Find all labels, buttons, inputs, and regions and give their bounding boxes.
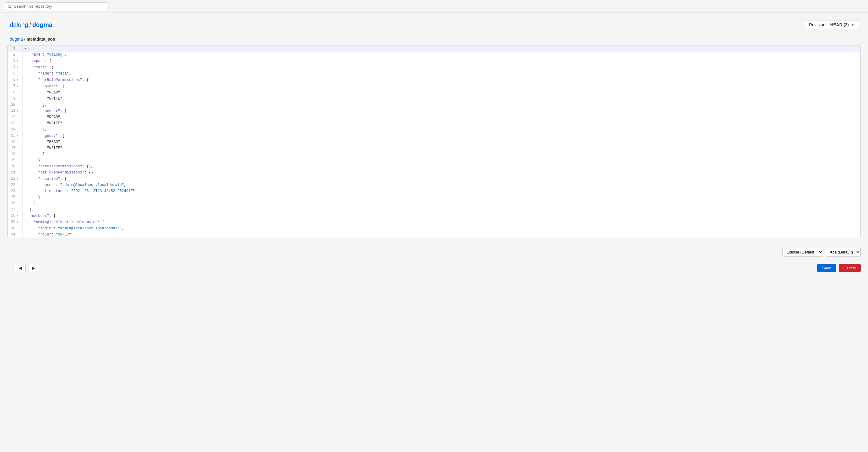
code-line: "READ",	[22, 139, 860, 145]
code-line: },	[22, 206, 860, 213]
code-line: "WRITE"	[22, 120, 860, 126]
pagination-area: ◀ ▶	[7, 261, 46, 275]
line-number[interactable]: 12	[8, 114, 22, 120]
file-path-section: dogma / metadata.json	[0, 34, 868, 45]
line-number[interactable]: 3▼	[8, 58, 22, 64]
line-number[interactable]: 30	[8, 225, 22, 231]
line-number[interactable]: 2	[8, 52, 22, 58]
table-row: 1{	[8, 45, 860, 52]
table-row: 21 "perTokenPermissions": {},	[8, 169, 860, 175]
table-row: 4▼ "meta": {	[8, 64, 860, 70]
save-button[interactable]: Save	[817, 264, 836, 272]
code-line: "admin@localhost.localdomain": {	[22, 219, 860, 225]
table-row: 15▼ "guest": [	[8, 133, 860, 139]
table-row: 13 "WRITE"	[8, 120, 860, 126]
search-input[interactable]	[14, 4, 106, 8]
editor-select[interactable]: Ace (Default)CodeMirror	[826, 248, 861, 257]
prev-page-button[interactable]: ◀	[15, 264, 26, 272]
code-line: "meta": {	[22, 64, 860, 70]
cancel-button[interactable]: Cancel	[839, 264, 861, 272]
code-line: "member": [	[22, 108, 860, 114]
line-number[interactable]: 14	[8, 126, 22, 133]
code-line: "creation": {	[22, 175, 860, 182]
breadcrumb: dalong / dogma	[10, 21, 52, 28]
code-line: },	[22, 157, 860, 163]
line-number[interactable]: 26	[8, 200, 22, 206]
table-row: 6▼ "perRolePermissions": {	[8, 77, 860, 83]
table-row: 11▼ "member": [	[8, 108, 860, 114]
file-path: dogma / metadata.json	[10, 37, 858, 41]
line-number[interactable]: 24	[8, 188, 22, 194]
table-row: 29▼ "admin@localhost.localdomain": {	[8, 219, 860, 225]
code-line: ],	[22, 126, 860, 133]
line-number[interactable]: 8	[8, 90, 22, 96]
table-row: 20 "perUserPermissions": {},	[8, 163, 860, 169]
file-path-separator: /	[24, 37, 25, 41]
line-number[interactable]: 18	[8, 151, 22, 157]
table-row: 10 ],	[8, 102, 860, 108]
line-number[interactable]: 20	[8, 163, 22, 169]
table-row: 5 "name": "meta",	[8, 70, 860, 77]
table-row: 23 "user": "admin@localhost.localdomain"…	[8, 182, 860, 188]
line-number[interactable]: 17	[8, 145, 22, 151]
table-row: 2 "name": "dalong",	[8, 52, 860, 58]
line-number[interactable]: 31	[8, 231, 22, 237]
line-number[interactable]: 7▼	[8, 83, 22, 90]
code-line: "members": {	[22, 213, 860, 219]
search-container[interactable]	[5, 2, 109, 10]
code-line: "perRolePermissions": {	[22, 77, 860, 83]
line-number[interactable]: 16	[8, 139, 22, 145]
line-number[interactable]: 23	[8, 182, 22, 188]
revision-dropdown[interactable]: Revision: HEAD (2) ▼	[805, 20, 858, 29]
code-line: }	[22, 194, 860, 200]
line-number[interactable]: 28▼	[8, 213, 22, 219]
table-row: 7▼ "owner": [	[8, 83, 860, 90]
line-number[interactable]: 13	[8, 120, 22, 126]
line-number[interactable]: 19	[8, 157, 22, 163]
theme-select[interactable]: Eclipse (Default)GitHubMonokaiSolarized …	[782, 248, 824, 257]
code-line: "WRITE"	[22, 96, 860, 102]
code-container: 1{2 "name": "dalong",3▼ "repos": {4▼ "me…	[7, 45, 861, 238]
table-row: 9 "WRITE"	[8, 96, 860, 102]
code-line: "timestamp": "2021-06-13T13:48:52.952491…	[22, 188, 860, 194]
table-row: 19 },	[8, 157, 860, 163]
line-number[interactable]: 11▼	[8, 108, 22, 114]
table-row: 25 }	[8, 194, 860, 200]
next-page-button[interactable]: ▶	[28, 264, 39, 272]
table-row: 24 "timestamp": "2021-06-13T13:48:52.952…	[8, 188, 860, 194]
line-number[interactable]: 6▼	[8, 77, 22, 83]
code-line: ],	[22, 102, 860, 108]
chevron-down-icon: ▼	[851, 23, 854, 27]
table-row: 18 ]	[8, 151, 860, 157]
code-line: "user": "admin@localhost.localdomain",	[22, 182, 860, 188]
bottom-controls: Eclipse (Default)GitHubMonokaiSolarized …	[0, 245, 868, 259]
search-icon	[8, 4, 12, 8]
file-path-repo-link[interactable]: dogma	[10, 37, 23, 41]
code-line: "guest": [	[22, 133, 860, 139]
line-number[interactable]: 10	[8, 102, 22, 108]
line-number[interactable]: 27	[8, 206, 22, 213]
line-number[interactable]: 4▼	[8, 64, 22, 70]
line-number[interactable]: 15▼	[8, 133, 22, 139]
code-line: "perTokenPermissions": {},	[22, 169, 860, 175]
line-number[interactable]: 25	[8, 194, 22, 200]
code-line: "WRITE"	[22, 145, 860, 151]
top-bar	[0, 0, 868, 13]
breadcrumb-owner-link[interactable]: dalong	[10, 21, 28, 28]
table-row: 26 }	[8, 200, 860, 206]
code-line: "role": "OWNER",	[22, 231, 860, 237]
code-table: 1{2 "name": "dalong",3▼ "repos": {4▼ "me…	[8, 45, 860, 237]
code-line: "name": "meta",	[22, 70, 860, 77]
file-path-filename: metadata.json	[27, 37, 55, 41]
line-number[interactable]: 1	[8, 45, 22, 52]
line-number[interactable]: 5	[8, 70, 22, 77]
line-number[interactable]: 29▼	[8, 219, 22, 225]
table-row: 28▼ "members": {	[8, 213, 860, 219]
breadcrumb-revision-row: dalong / dogma Revision: HEAD (2) ▼	[0, 13, 868, 34]
line-number[interactable]: 21	[8, 169, 22, 175]
revision-label: Revision:	[809, 22, 827, 27]
line-number[interactable]: 9	[8, 96, 22, 102]
code-line: "perUserPermissions": {},	[22, 163, 860, 169]
code-line: "login": "admin@localhost.localdomain",	[22, 225, 860, 231]
line-number[interactable]: 22▼	[8, 175, 22, 182]
